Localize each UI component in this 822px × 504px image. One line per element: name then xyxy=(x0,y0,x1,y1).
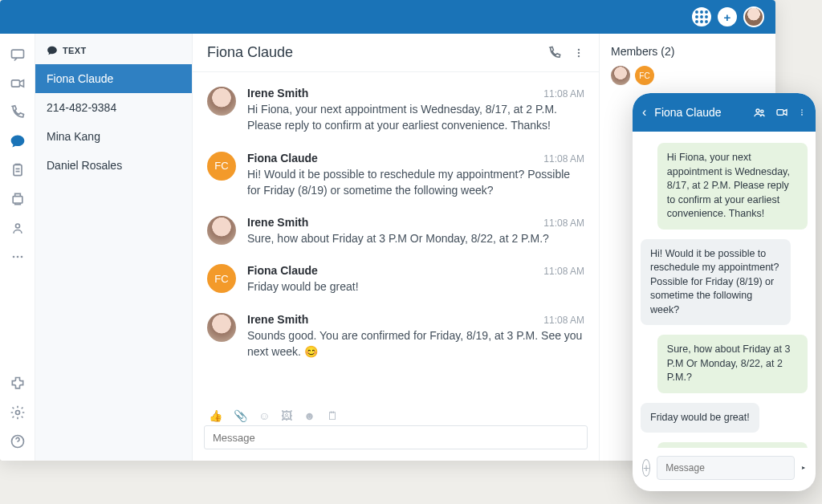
members-title: Members (2) xyxy=(611,45,764,58)
thread-title: Fiona Claude xyxy=(207,44,293,61)
conversation-section-header: TEXT xyxy=(35,34,192,64)
svg-point-19 xyxy=(578,48,580,50)
mobile-message-input[interactable] xyxy=(657,456,795,480)
member-avatar[interactable]: FC xyxy=(635,66,654,85)
thread-actions xyxy=(547,46,584,60)
mobile-add-button[interactable]: + xyxy=(642,459,650,477)
message-time: 11:08 AM xyxy=(543,88,584,100)
messages-scroll[interactable]: Irene Smith11:08 AMHi Fiona, your next a… xyxy=(193,72,599,400)
phone-icon[interactable] xyxy=(10,104,26,120)
mobile-bubble: Friday would be great! xyxy=(641,403,759,433)
clipboard-icon[interactable] xyxy=(10,162,26,178)
more-icon[interactable] xyxy=(10,249,26,265)
svg-point-3 xyxy=(695,15,698,18)
message-row: Irene Smith11:08 AMSure, how about Frida… xyxy=(207,216,584,246)
mobile-bubble: Sure, how about Friday at 3 P.M Or Monda… xyxy=(657,335,808,393)
dialpad-button[interactable] xyxy=(692,7,711,26)
members-icon[interactable] xyxy=(753,106,766,119)
svg-point-17 xyxy=(15,411,19,415)
video-icon[interactable] xyxy=(10,75,26,91)
message-avatar xyxy=(207,313,236,342)
message-input[interactable] xyxy=(204,425,588,449)
compose-area: 👍 📎 ☺ 🖼 ☻ 🗒 xyxy=(193,400,599,461)
call-button[interactable] xyxy=(547,46,562,60)
message-row: FCFiona Claude11:08 AMFriday would be gr… xyxy=(207,264,584,295)
mobile-mockup: ‹ Fiona Claude Hi Fiona, your next appoi… xyxy=(633,93,816,491)
message-sender: Irene Smith xyxy=(247,87,308,100)
message-sender: Irene Smith xyxy=(247,313,308,326)
fax-icon[interactable] xyxy=(10,191,26,207)
member-avatar[interactable] xyxy=(611,66,630,85)
emoji-icon[interactable]: ☺ xyxy=(258,409,270,422)
extensions-icon[interactable] xyxy=(10,376,26,392)
help-icon[interactable] xyxy=(10,433,26,449)
svg-rect-11 xyxy=(14,165,22,175)
mobile-compose: + xyxy=(633,448,816,491)
message-sender: Irene Smith xyxy=(247,216,308,229)
message-row: FCFiona Claude11:08 AMHi! Would it be po… xyxy=(207,152,584,199)
message-time: 11:08 AM xyxy=(543,217,584,229)
svg-point-4 xyxy=(700,15,703,18)
message-text: Hi Fiona, your next appointment is Wedne… xyxy=(247,101,584,134)
back-icon[interactable]: ‹ xyxy=(642,105,646,120)
message-avatar: FC xyxy=(207,152,236,181)
message-time: 11:08 AM xyxy=(543,266,584,277)
conversation-item[interactable]: Mina Kang xyxy=(35,122,192,151)
text-bubble-icon xyxy=(47,45,58,56)
nav-rail xyxy=(0,34,35,461)
message-time: 11:08 AM xyxy=(543,315,584,326)
conversation-list: TEXT Fiona Claude214-482-9384Mina KangDa… xyxy=(35,34,193,461)
topbar: + xyxy=(0,0,775,34)
thread-more-button[interactable] xyxy=(573,46,584,60)
text-icon[interactable] xyxy=(10,133,26,149)
chat-icon[interactable] xyxy=(10,47,26,63)
mobile-more-icon[interactable] xyxy=(798,106,806,119)
message-row: Irene Smith11:08 AMHi Fiona, your next a… xyxy=(207,87,584,134)
contact-icon[interactable] xyxy=(10,220,26,236)
message-text: Hi! Would it be possible to reschedule m… xyxy=(247,166,584,199)
svg-rect-12 xyxy=(13,197,22,203)
mobile-messages[interactable]: Hi Fiona, your next appointment is Wedne… xyxy=(633,132,816,448)
mobile-bubble: Hi! Would it be possible to reschedule m… xyxy=(641,239,791,326)
message-row: Irene Smith11:08 AMSounds good. You are … xyxy=(207,313,584,360)
svg-point-25 xyxy=(801,109,803,111)
note-icon[interactable]: 🗒 xyxy=(327,409,338,422)
message-avatar xyxy=(207,216,236,245)
svg-point-8 xyxy=(705,20,708,23)
svg-point-26 xyxy=(801,112,803,113)
svg-point-2 xyxy=(705,10,708,14)
svg-point-13 xyxy=(15,224,19,228)
svg-point-5 xyxy=(705,15,708,18)
attach-icon[interactable]: 📎 xyxy=(234,409,247,422)
mobile-title: Fiona Claude xyxy=(654,106,745,119)
message-text: Sounds good. You are confirmed for Frida… xyxy=(247,327,584,360)
members-avatars: FC xyxy=(611,66,764,85)
message-text: Friday would be great! xyxy=(247,278,584,295)
svg-point-1 xyxy=(700,10,703,14)
svg-point-7 xyxy=(700,20,703,23)
video-icon[interactable] xyxy=(775,106,788,119)
send-icon[interactable] xyxy=(801,461,806,475)
like-icon[interactable]: 👍 xyxy=(209,409,222,422)
thread-header: Fiona Claude xyxy=(193,34,599,72)
svg-rect-10 xyxy=(11,80,19,87)
svg-point-21 xyxy=(578,55,580,56)
section-label: TEXT xyxy=(63,46,87,55)
add-button[interactable]: + xyxy=(718,7,737,26)
mobile-bubble: Hi Fiona, your next appointment is Wedne… xyxy=(657,143,808,230)
image-icon[interactable]: 🖼 xyxy=(281,409,292,422)
message-avatar: FC xyxy=(207,264,236,293)
svg-point-27 xyxy=(801,114,803,116)
profile-avatar[interactable] xyxy=(743,6,764,27)
conversation-item[interactable]: Fiona Claude xyxy=(35,64,192,93)
compose-toolbar: 👍 📎 ☺ 🖼 ☻ 🗒 xyxy=(204,406,588,425)
svg-point-20 xyxy=(578,51,580,53)
gif-icon[interactable]: ☻ xyxy=(303,409,315,422)
settings-icon[interactable] xyxy=(10,404,26,421)
conversation-item[interactable]: Daniel Rosales xyxy=(35,151,192,180)
svg-point-14 xyxy=(12,256,14,258)
svg-point-22 xyxy=(756,109,759,112)
mobile-header: ‹ Fiona Claude xyxy=(633,93,816,132)
conversation-item[interactable]: 214-482-9384 xyxy=(35,93,192,122)
svg-point-0 xyxy=(695,10,698,14)
